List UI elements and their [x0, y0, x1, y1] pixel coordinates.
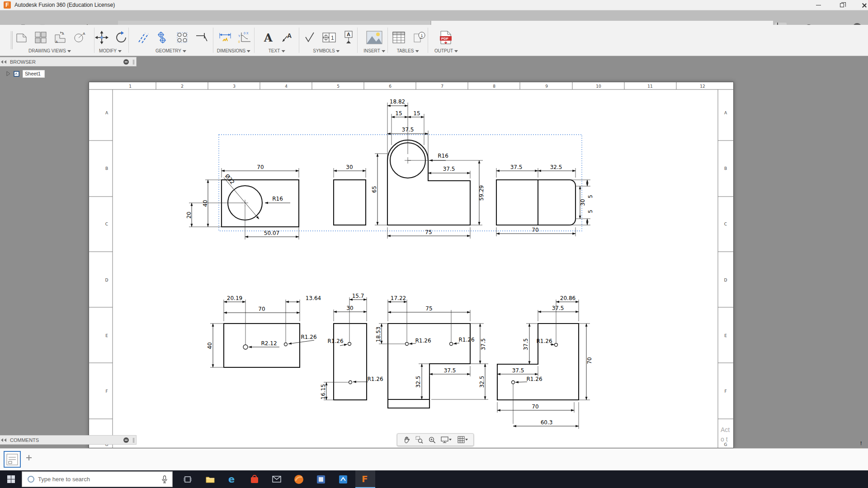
group-label-dimensions[interactable]: DIMENSIONS [217, 48, 250, 53]
projected-view-icon[interactable] [32, 28, 50, 47]
comments-panel-header[interactable]: COMMENTS [0, 435, 137, 445]
dim-label: 75 [425, 305, 432, 312]
dim-label: 32.5 [415, 376, 421, 388]
dim-label: 15.7 [352, 293, 364, 299]
expand-arrow-icon[interactable] [6, 71, 10, 76]
collapse-panel-icon[interactable] [4, 60, 6, 64]
dim-label: R1.26 [301, 334, 316, 340]
balloon-icon[interactable]: 1 [410, 28, 429, 47]
collapse-panel-icon[interactable] [1, 438, 3, 442]
ruler-row-label: A [105, 111, 108, 115]
sidebar-item-sheet1[interactable]: Sheet1 [23, 70, 45, 78]
ordinate-dimension-icon[interactable]: 0 XY0 [236, 28, 254, 47]
restore-button[interactable] [832, 0, 852, 10]
ruler-row-label: B [105, 166, 108, 171]
group-label-drawing-views[interactable]: DRAWING VIEWS [28, 48, 71, 53]
fusion-app-icon[interactable] [289, 470, 309, 488]
pan-icon[interactable] [402, 435, 411, 444]
datum-identifier-icon[interactable]: A [340, 28, 358, 47]
base-view-icon[interactable] [13, 28, 31, 47]
group-label-text[interactable]: TEXT [269, 48, 285, 53]
dim-label: 15 [395, 110, 402, 117]
group-label-output[interactable]: OUTPUT [434, 48, 458, 53]
edge-browser-icon[interactable]: e [222, 470, 242, 488]
center-mark-icon[interactable] [154, 28, 172, 47]
zoom-window-icon[interactable] [415, 435, 424, 444]
text-icon[interactable]: A [259, 28, 277, 47]
add-sheet-button[interactable] [26, 455, 35, 464]
svg-text:A: A [287, 32, 292, 39]
ruler-col-label: 11 [647, 84, 652, 89]
feature-control-frame-icon[interactable]: 1 [320, 28, 338, 47]
ribbon-toolbar: AA A 0 XY0 A A 1 [0, 25, 868, 56]
dimension-icon[interactable] [216, 28, 234, 47]
group-label-symbols[interactable]: SYMBOLS [313, 48, 340, 53]
app-icon-blue-1[interactable] [311, 470, 331, 488]
dim-label: 30 [346, 305, 353, 311]
app-icon-blue-2[interactable] [333, 470, 353, 488]
sketch-line-icon[interactable] [134, 28, 152, 47]
dim-label: 70 [257, 164, 264, 170]
start-button[interactable] [0, 470, 22, 488]
ruler-row-label: F [105, 389, 108, 394]
surface-texture-icon[interactable] [301, 28, 319, 47]
dim-label: 70 [258, 306, 265, 312]
sheet-frame: 1 2 3 4 5 6 7 8 9 10 11 12 A B C D E F G… [89, 82, 734, 448]
svg-text:1: 1 [421, 33, 423, 38]
insert-image-icon[interactable] [365, 28, 383, 47]
grid-layout-icon[interactable] [456, 435, 469, 444]
edge-extension-icon[interactable] [193, 28, 211, 47]
dim-label: 75 [425, 229, 432, 235]
svg-text:A: A [264, 32, 273, 43]
notification-warning-icon[interactable] [857, 440, 865, 448]
group-label-insert[interactable]: INSERT [363, 48, 385, 53]
output-pdf-icon[interactable]: PDF [437, 28, 455, 47]
mail-app-icon[interactable] [267, 470, 287, 488]
section-view-icon[interactable]: AA [51, 28, 69, 47]
ruler-row-label: F [724, 389, 726, 394]
ruler-row-label: D [105, 278, 108, 282]
rotate-icon[interactable] [112, 28, 130, 47]
dim-label: R1.26 [526, 376, 542, 382]
file-explorer-icon[interactable] [200, 470, 220, 488]
dim-label: 60.3 [541, 419, 553, 426]
browser-panel-header[interactable]: BROWSER [0, 57, 137, 66]
ruler-col-label: 1 [129, 84, 132, 89]
ribbon-separator [254, 28, 255, 53]
table-icon[interactable] [390, 28, 408, 47]
panel-minimize-icon[interactable] [123, 437, 129, 443]
collapse-panel-icon[interactable] [4, 438, 6, 442]
title-bar: F Autodesk Fusion 360 (Education License… [0, 0, 868, 10]
store-app-icon[interactable] [245, 470, 264, 488]
svg-text:Y: Y [238, 34, 241, 38]
task-view-button[interactable] [178, 470, 198, 488]
close-button[interactable] [854, 0, 868, 10]
svg-text:A: A [62, 32, 64, 35]
dim-label: R16 [272, 196, 283, 202]
activate-windows-watermark: Act o t [721, 425, 730, 444]
zoom-icon[interactable] [427, 435, 436, 444]
drawing-sheet[interactable]: .s{fill:none;stroke:#141414;stroke-width… [89, 82, 734, 448]
microphone-icon[interactable] [161, 475, 168, 483]
leader-text-icon[interactable]: A [278, 28, 296, 47]
minimize-button[interactable] [808, 0, 828, 10]
sheet1-thumbnail[interactable] [4, 451, 21, 468]
collapse-panel-icon[interactable] [1, 60, 3, 64]
ribbon-separator [299, 28, 299, 53]
panel-minimize-icon[interactable] [123, 59, 129, 65]
dim-label: R1.26 [367, 376, 383, 382]
search-input[interactable]: Type here to search [22, 471, 173, 487]
panel-grip[interactable] [133, 60, 134, 65]
dim-label: 30 [580, 199, 586, 206]
detail-view-icon[interactable]: A [71, 28, 89, 47]
center-mark-pattern-icon[interactable] [173, 28, 191, 47]
fusion360-taskbar-icon[interactable]: F [355, 470, 375, 488]
display-settings-icon[interactable] [440, 435, 453, 444]
move-icon[interactable] [93, 28, 111, 47]
group-label-tables[interactable]: TABLES [397, 48, 419, 53]
dim-label: 5 [587, 210, 594, 213]
group-label-modify[interactable]: MODIFY [99, 48, 122, 53]
group-label-geometry[interactable]: GEOMETRY [156, 48, 186, 53]
panel-grip[interactable] [133, 438, 134, 443]
ruler-row-label: B [724, 166, 727, 171]
